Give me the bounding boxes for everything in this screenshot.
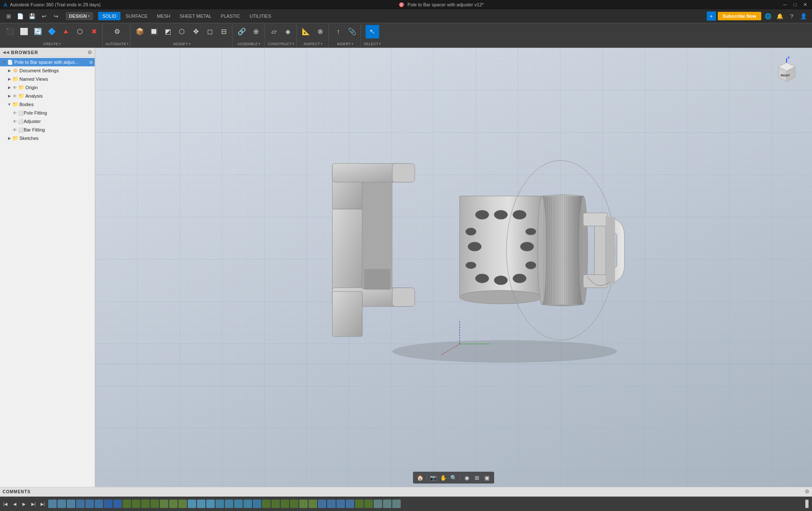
next-frame-button[interactable]: ▶| <box>30 500 37 508</box>
timeline-item-29[interactable] <box>309 500 317 508</box>
notifications-icon[interactable]: 🔔 <box>775 11 785 21</box>
tree-pole-fitting[interactable]: 👁 ⬜ Pole Fitting <box>0 109 95 117</box>
undo-button[interactable]: ↩ <box>39 11 49 21</box>
timeline-item-38[interactable] <box>392 500 401 508</box>
timeline-item-25[interactable] <box>271 500 280 508</box>
tree-sketches[interactable]: ▶ 📁 Sketches <box>0 134 95 142</box>
minimize-button[interactable]: ─ <box>782 1 788 8</box>
midplane-button[interactable]: ◈ <box>281 25 295 38</box>
tab-surface[interactable]: SURFACE <box>121 12 152 20</box>
align-button[interactable]: ◻ <box>203 25 216 38</box>
tree-settings-root[interactable]: ⚙ <box>89 60 93 65</box>
timeline-item-23[interactable] <box>253 500 261 508</box>
fillet-button[interactable]: 🔲 <box>147 25 161 38</box>
split-body-button[interactable]: ⊟ <box>217 25 230 38</box>
tab-utilities[interactable]: UTILITIES <box>245 12 275 20</box>
extrude-button[interactable]: ⬜ <box>17 25 31 38</box>
revolve-button[interactable]: 🔄 <box>31 25 45 38</box>
timeline-item-6[interactable] <box>95 500 103 508</box>
tree-eye-origin[interactable]: 👁 <box>12 85 18 90</box>
tab-solid[interactable]: SOLID <box>98 12 120 20</box>
tree-origin[interactable]: ▶ 👁 📁 Origin <box>0 83 95 92</box>
tree-analysis[interactable]: ▶ 👁 📁 Analysis <box>0 92 95 100</box>
subscribe-button[interactable]: Subscribe Now <box>718 12 761 20</box>
view-grid-button[interactable]: ⊞ <box>472 473 481 482</box>
view-pan-button[interactable]: ✋ <box>439 473 448 482</box>
timeline-end[interactable] <box>805 500 809 508</box>
tab-sheet-metal[interactable]: SHEET METAL <box>175 12 216 20</box>
timeline-item-20[interactable] <box>225 500 233 508</box>
offset-plane-button[interactable]: ▱ <box>267 25 281 38</box>
tree-eye-adj[interactable]: 👁 <box>12 119 18 124</box>
timeline-item-16[interactable] <box>188 500 196 508</box>
timeline-item-4[interactable] <box>76 500 85 508</box>
loft-button[interactable]: 🔺 <box>59 25 73 38</box>
maximize-button[interactable]: □ <box>792 1 798 8</box>
timeline-item-5[interactable] <box>85 500 94 508</box>
timeline-item-18[interactable] <box>206 500 215 508</box>
timeline-item-31[interactable] <box>327 500 336 508</box>
design-menu[interactable]: DESIGN ▾ <box>66 12 93 20</box>
view-display-button[interactable]: ◉ <box>462 473 471 482</box>
tree-root-item[interactable]: ▼ 📄 Pole to Bar spacer with adjus... ⚙ <box>0 58 95 66</box>
close-button[interactable]: ✕ <box>802 1 809 8</box>
view-zoom-button[interactable]: 🔍 <box>449 473 458 482</box>
timeline-item-3[interactable] <box>67 500 75 508</box>
add-content-button[interactable]: + <box>707 11 716 21</box>
go-start-button[interactable]: |◀ <box>2 500 9 508</box>
hole-button[interactable]: ✖ <box>87 25 101 38</box>
timeline-item-2[interactable] <box>57 500 66 508</box>
tree-bodies[interactable]: ▼ 📁 Bodies <box>0 100 95 109</box>
tree-adjuster[interactable]: 👁 ⬜ Adjuster <box>0 117 95 126</box>
tree-doc-settings[interactable]: ▶ ⚙ Document Settings <box>0 66 95 75</box>
browser-collapse-icon[interactable]: ◀◀ <box>3 50 9 55</box>
play-button[interactable]: ▶ <box>20 500 28 508</box>
tree-expand-bodies[interactable]: ▼ <box>7 102 12 107</box>
timeline-item-32[interactable] <box>336 500 345 508</box>
timeline-item-33[interactable] <box>346 500 354 508</box>
tree-eye-bar[interactable]: 👁 <box>12 128 18 132</box>
timeline-item-21[interactable] <box>234 500 243 508</box>
automate-btn1[interactable]: ⚙ <box>110 25 124 38</box>
tree-expand-root[interactable]: ▼ <box>2 60 7 64</box>
user-account-icon[interactable]: 👤 <box>798 11 809 21</box>
save-button[interactable]: 💾 <box>27 11 37 21</box>
go-end-button[interactable]: ▶| <box>39 500 46 508</box>
tab-plastic[interactable]: PLASTIC <box>216 12 244 20</box>
view-camera-button[interactable]: 📷 <box>429 473 438 482</box>
select-button[interactable]: ↖ <box>366 25 379 38</box>
tree-expand-sketches[interactable]: ▶ <box>7 136 12 140</box>
view-home-button[interactable]: 🏠 <box>416 473 425 482</box>
3d-viewport[interactable]: Z RIGHT 🏠 📷 ✋ 🔍 ◉ ⊞ ▣ <box>95 48 812 487</box>
timeline-item-24[interactable] <box>262 500 271 508</box>
move-button[interactable]: ✥ <box>189 25 202 38</box>
timeline-item-9[interactable] <box>123 500 131 508</box>
prev-frame-button[interactable]: ◀ <box>11 500 19 508</box>
tree-expand-analysis[interactable]: ▶ <box>7 94 12 98</box>
timeline-item-12[interactable] <box>150 500 159 508</box>
tree-named-views[interactable]: ▶ 📁 Named Views <box>0 75 95 83</box>
timeline-item-26[interactable] <box>281 500 289 508</box>
joint-button[interactable]: 🔗 <box>235 25 249 38</box>
view-env-button[interactable]: ▣ <box>482 473 492 482</box>
comments-settings-icon[interactable]: ⚙ <box>805 489 809 495</box>
timeline-item-15[interactable] <box>178 500 187 508</box>
timeline-item-22[interactable] <box>243 500 252 508</box>
timeline-item-30[interactable] <box>318 500 326 508</box>
timeline-item-37[interactable] <box>383 500 391 508</box>
sweep-button[interactable]: 🔷 <box>45 25 59 38</box>
tab-mesh[interactable]: MESH <box>153 12 175 20</box>
file-menu-icon[interactable]: 📄 <box>15 11 25 21</box>
redo-button[interactable]: ↪ <box>51 11 61 21</box>
measure-button[interactable]: 📐 <box>299 25 313 38</box>
timeline-item-35[interactable] <box>364 500 373 508</box>
insert-derive-button[interactable]: ↑ <box>331 25 345 38</box>
timeline-item-34[interactable] <box>355 500 364 508</box>
chamfer-button[interactable]: ◩ <box>161 25 175 38</box>
online-status-icon[interactable]: 🌐 <box>763 11 773 21</box>
timeline-item-7[interactable] <box>104 500 112 508</box>
timeline-item-36[interactable] <box>374 500 382 508</box>
timeline-item-13[interactable] <box>160 500 168 508</box>
insert-svg-button[interactable]: 📎 <box>345 25 359 38</box>
tree-expand-views[interactable]: ▶ <box>7 77 12 81</box>
